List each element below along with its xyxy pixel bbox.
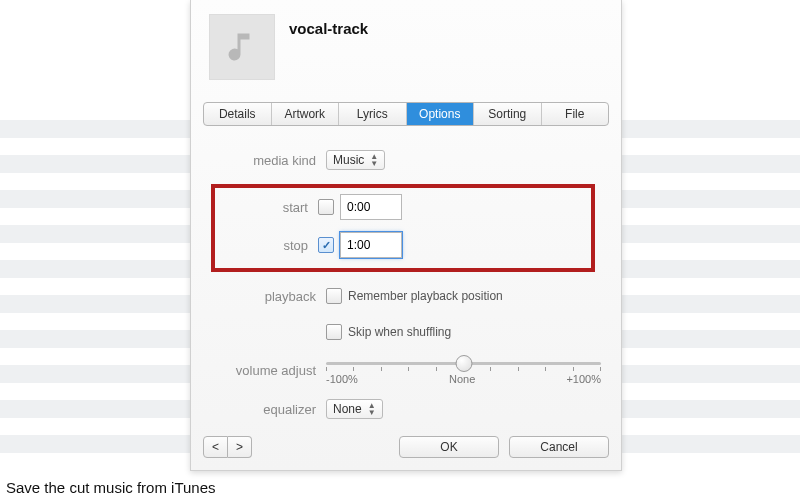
start-time-input[interactable] — [340, 194, 402, 220]
stop-label: stop — [223, 238, 318, 253]
volume-slider-labels: -100% None +100% — [326, 373, 601, 385]
album-art-placeholder — [209, 14, 275, 80]
equalizer-value: None — [333, 402, 362, 416]
options-form: media kind Music ▲▼ start stop ✓ — [191, 148, 621, 421]
skip-shuffling-row: Skip when shuffling — [211, 320, 601, 344]
dialog-footer: < > OK Cancel — [203, 436, 609, 458]
media-kind-row: media kind Music ▲▼ — [211, 148, 601, 172]
equalizer-label: equalizer — [211, 402, 326, 417]
equalizer-row: equalizer None ▲▼ — [211, 397, 601, 421]
tab-lyrics[interactable]: Lyrics — [339, 103, 407, 125]
skip-shuffling-label: Skip when shuffling — [348, 325, 451, 339]
tab-options[interactable]: Options — [407, 103, 475, 125]
playback-row: playback Remember playback position — [211, 284, 601, 308]
music-note-icon — [224, 29, 260, 65]
volume-row: volume adjust -100% None +100% — [211, 356, 601, 385]
track-title: vocal-track — [289, 20, 368, 37]
volume-slider[interactable] — [326, 362, 601, 365]
chevron-left-icon: < — [212, 440, 219, 454]
skip-shuffling-checkbox[interactable] — [326, 324, 342, 340]
tab-file[interactable]: File — [542, 103, 609, 125]
volume-mid-label: None — [449, 373, 475, 385]
cancel-button[interactable]: Cancel — [509, 436, 609, 458]
start-label: start — [223, 200, 318, 215]
next-button[interactable]: > — [228, 436, 252, 458]
song-info-dialog: vocal-track Details Artwork Lyrics Optio… — [190, 0, 622, 471]
start-stop-highlight: start stop ✓ — [211, 184, 595, 272]
playback-label: playback — [211, 289, 326, 304]
volume-max-label: +100% — [566, 373, 601, 385]
media-kind-value: Music — [333, 153, 364, 167]
volume-min-label: -100% — [326, 373, 358, 385]
tab-details[interactable]: Details — [204, 103, 272, 125]
media-kind-label: media kind — [211, 153, 326, 168]
ok-cancel-group: OK Cancel — [399, 436, 609, 458]
remember-position-checkbox[interactable] — [326, 288, 342, 304]
tab-sorting[interactable]: Sorting — [474, 103, 542, 125]
media-kind-select[interactable]: Music ▲▼ — [326, 150, 385, 170]
dropdown-arrows-icon: ▲▼ — [368, 402, 376, 416]
tab-bar: Details Artwork Lyrics Options Sorting F… — [203, 102, 609, 126]
start-row: start — [223, 194, 583, 220]
equalizer-select[interactable]: None ▲▼ — [326, 399, 383, 419]
article-caption: Save the cut music from iTunes — [6, 479, 216, 496]
stop-row: stop ✓ — [223, 232, 583, 258]
prev-button[interactable]: < — [203, 436, 228, 458]
start-checkbox[interactable] — [318, 199, 334, 215]
stop-checkbox[interactable]: ✓ — [318, 237, 334, 253]
volume-slider-thumb[interactable] — [455, 355, 472, 372]
volume-label: volume adjust — [211, 363, 326, 378]
track-header: vocal-track — [191, 0, 621, 88]
tab-artwork[interactable]: Artwork — [272, 103, 340, 125]
prev-next-group: < > — [203, 436, 252, 458]
stop-time-input[interactable] — [340, 232, 402, 258]
remember-position-label: Remember playback position — [348, 289, 503, 303]
chevron-right-icon: > — [236, 440, 243, 454]
dropdown-arrows-icon: ▲▼ — [370, 153, 378, 167]
ok-button[interactable]: OK — [399, 436, 499, 458]
